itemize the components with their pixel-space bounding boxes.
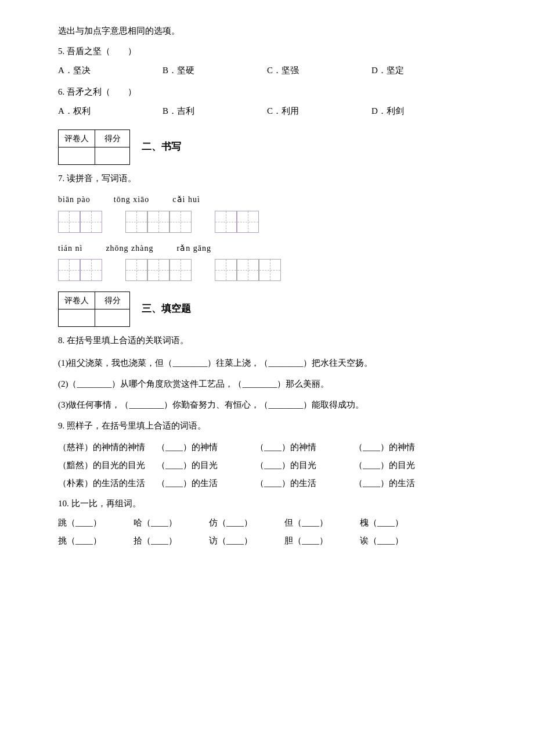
q5-option-b: B．坚硬: [163, 63, 267, 78]
q10-item-2-3: 访（____）: [209, 533, 284, 549]
question-9: 9. 照样子，在括号里填上合适的词语。: [58, 418, 476, 434]
q10-item-2-2: 拾（____）: [134, 533, 209, 549]
char-box[interactable]: [58, 259, 80, 281]
q10-item-1-4: 但（____）: [284, 515, 360, 531]
char-group-caihui: [215, 211, 259, 233]
q9-row-2: （黯然）的目光的目光 （____）的目光 （____）的目光 （____）的目光: [58, 458, 476, 473]
q8-line-3: (3)做任何事情，（________）你勤奋努力、有恒心，（________）能…: [58, 396, 476, 413]
q9-blank-2-2: （____）的目光: [255, 458, 348, 473]
q6-option-c: C．利用: [267, 103, 371, 119]
char-group-zhongzhang: [125, 259, 192, 281]
q6-option-a: A．权利: [58, 103, 163, 119]
pinyin-2-2: zhōng zhàng: [106, 241, 153, 255]
q10-rows: 跳（____） 哈（____） 仿（____） 但（____） 槐（____） …: [58, 515, 476, 549]
char-group-rangang: [215, 259, 281, 281]
q9-blank-3-2: （____）的生活: [255, 476, 348, 491]
question-5: 5. 吾盾之坚（ ）: [58, 44, 476, 59]
q9-blank-1-3: （____）的神情: [354, 440, 447, 455]
pinyin-1-1: biān pào: [58, 192, 91, 207]
char-boxes-row-1: [58, 211, 476, 233]
q5-option-d: D．坚定: [371, 63, 476, 78]
q8-line-1: (1)祖父浇菜，我也浇菜，但（________）往菜上浇，（________）把…: [58, 354, 476, 372]
pinyin-1-3: cǎi huì: [172, 192, 200, 207]
score-table-3: 评卷人 得分: [58, 291, 130, 327]
q6-options: A．权利 B．吉利 C．利用 D．利剑: [58, 103, 476, 119]
char-group-tongxiao: [125, 211, 192, 233]
char-box[interactable]: [169, 211, 192, 233]
section2-title: 二、书写: [142, 138, 181, 156]
section3-header: 评卷人 得分 三、填空题: [58, 291, 476, 327]
char-box[interactable]: [215, 211, 237, 233]
char-box[interactable]: [125, 259, 147, 281]
q5-options: A．坚决 B．坚硬 C．坚强 D．坚定: [58, 63, 476, 78]
q10-item-1-1: 跳（____）: [58, 515, 134, 531]
q6-option-d: D．利剑: [371, 103, 476, 119]
pinyin-row-2: tián nì zhōng zhàng rǎn gāng: [58, 241, 476, 255]
q9-blank-1-1: （____）的神情: [157, 440, 250, 455]
q10-item-1-5: 槐（____）: [360, 515, 435, 531]
char-box[interactable]: [125, 211, 147, 233]
q8-lines: (1)祖父浇菜，我也浇菜，但（________）往菜上浇，（________）把…: [58, 354, 476, 413]
q9-sample-3: （朴素）的生活的生活: [58, 476, 151, 491]
question-6: 6. 吾矛之利（ ）: [58, 84, 476, 100]
q9-blank-3-1: （____）的生活: [157, 476, 250, 491]
q9-sample-1: （慈祥）的神情的神情: [58, 440, 151, 455]
q10-item-1-2: 哈（____）: [134, 515, 209, 531]
q10-item-2-1: 挑（____）: [58, 533, 134, 549]
pinyin-row-1: biān pào tōng xiāo cǎi huì: [58, 192, 476, 207]
q10-item-2-5: 诶（____）: [360, 533, 435, 549]
q6-option-b: B．吉利: [163, 103, 267, 119]
char-box[interactable]: [169, 259, 192, 281]
question-7: 7. 读拼音，写词语。: [58, 171, 476, 186]
char-box[interactable]: [215, 259, 237, 281]
pinyin-2-1: tián nì: [58, 241, 82, 255]
char-box[interactable]: [80, 211, 102, 233]
q8-line-2: (2)（________）从哪个角度欣赏这件工艺品，（________）那么美丽…: [58, 375, 476, 393]
char-box[interactable]: [147, 259, 169, 281]
char-box[interactable]: [259, 259, 281, 281]
q10-row-2: 挑（____） 拾（____） 访（____） 胆（____） 诶（____）: [58, 533, 476, 549]
intro-text: 选出与加点字意思相同的选项。: [58, 23, 476, 39]
q9-row-1: （慈祥）的神情的神情 （____）的神情 （____）的神情 （____）的神情: [58, 440, 476, 455]
char-box[interactable]: [147, 211, 169, 233]
char-boxes-row-2: [58, 259, 476, 281]
char-group-tianni: [58, 259, 102, 281]
char-box[interactable]: [80, 259, 102, 281]
q9-row-3: （朴素）的生活的生活 （____）的生活 （____）的生活 （____）的生活: [58, 476, 476, 491]
q10-row-1: 跳（____） 哈（____） 仿（____） 但（____） 槐（____）: [58, 515, 476, 531]
q10-item-1-3: 仿（____）: [209, 515, 284, 531]
section3-title: 三、填空题: [142, 300, 191, 318]
question-10: 10. 比一比，再组词。: [58, 496, 476, 512]
char-group-bianpao: [58, 211, 102, 233]
char-box[interactable]: [237, 211, 259, 233]
q5-option-a: A．坚决: [58, 63, 163, 78]
char-box[interactable]: [58, 211, 80, 233]
q9-rows: （慈祥）的神情的神情 （____）的神情 （____）的神情 （____）的神情…: [58, 440, 476, 491]
pinyin-1-2: tōng xiāo: [114, 192, 150, 207]
q10-item-2-4: 胆（____）: [284, 533, 360, 549]
section2-header: 评卷人 得分 二、书写: [58, 129, 476, 165]
char-box[interactable]: [237, 259, 259, 281]
q9-blank-3-3: （____）的生活: [354, 476, 447, 491]
q5-option-c: C．坚强: [267, 63, 371, 78]
pinyin-2-3: rǎn gāng: [177, 241, 211, 255]
q9-blank-2-3: （____）的目光: [354, 458, 447, 473]
q9-sample-2: （黯然）的目光的目光: [58, 458, 151, 473]
q9-blank-1-2: （____）的神情: [255, 440, 348, 455]
score-table-2: 评卷人 得分: [58, 129, 130, 165]
question-8: 8. 在括号里填上合适的关联词语。: [58, 333, 476, 348]
q9-blank-2-1: （____）的目光: [157, 458, 250, 473]
